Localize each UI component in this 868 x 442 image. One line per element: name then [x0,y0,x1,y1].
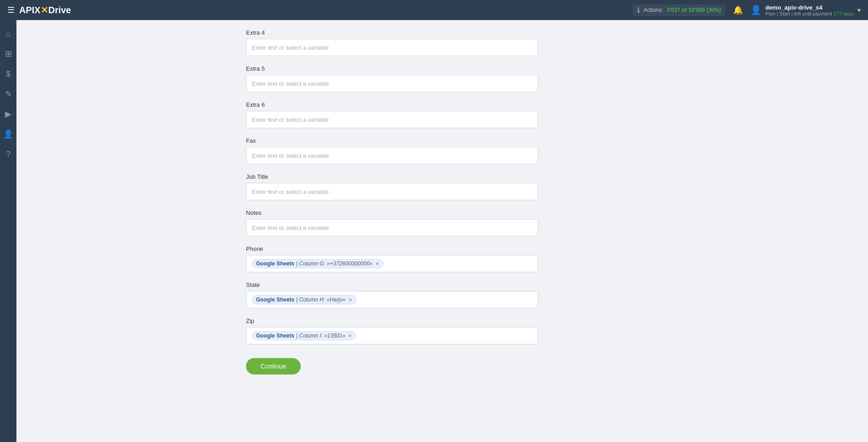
label-phone: Phone [246,245,638,252]
field-group-extra5: Extra 5Enter text or select a variable [246,65,638,92]
actions-count: 3'037 of 10'000 (30%) [667,7,721,13]
field-group-state: StateGoogle Sheets| Column H: «Harju»× [246,281,638,308]
tag-source-zip: Google Sheets [256,333,294,339]
sidebar-item-user[interactable]: 👤 [0,126,16,142]
sidebar-item-billing[interactable]: $ [0,66,16,82]
input-job_title[interactable]: Enter text or select a variable [246,183,538,200]
logo-text: APIX✕Drive [19,5,71,16]
sidebar-item-home[interactable]: ⌂ [0,26,16,42]
input-extra4[interactable]: Enter text or select a variable [246,39,538,56]
label-fax: Fax [246,137,638,144]
form-container: Extra 4Enter text or select a variableEx… [237,20,648,393]
tag-detail-phone: | Column G: «+372600000000» [296,260,373,267]
tag-close-state[interactable]: × [349,296,352,303]
actions-badge: ℹ Actions: 3'037 of 10'000 (30%) [633,4,726,16]
topnav-left: ☰ APIX✕Drive [7,5,71,16]
user-area[interactable]: 👤 demo_apix-drive_s4 Plan | Start | left… [750,4,861,16]
field-group-phone: PhoneGoogle Sheets| Column G: «+37260000… [246,245,638,272]
topnav: ☰ APIX✕Drive ℹ Actions: 3'037 of 10'000 … [0,0,868,20]
tag-detail-zip: | Column I: «13501» [296,333,345,339]
field-group-job_title: Job TitleEnter text or select a variable [246,173,638,200]
field-group-extra4: Extra 4Enter text or select a variable [246,29,638,56]
field-group-fax: FaxEnter text or select a variable [246,137,638,164]
tag-source-phone: Google Sheets [256,260,294,267]
label-state: State [246,281,638,288]
label-extra6: Extra 6 [246,101,638,108]
user-avatar-icon: 👤 [750,5,762,16]
chevron-down-icon: ▾ [858,6,861,14]
user-name: demo_apix-drive_s4 [765,4,854,11]
field-group-extra6: Extra 6Enter text or select a variable [246,101,638,128]
input-fax[interactable]: Enter text or select a variable [246,147,538,164]
sidebar: ⌂ ⊞ $ ✎ ▶ 👤 ? [0,20,16,442]
tag-close-phone[interactable]: × [376,260,379,267]
fields-container: Extra 4Enter text or select a variableEx… [246,29,638,344]
label-extra5: Extra 5 [246,65,638,72]
label-zip: Zip [246,317,638,324]
input-extra5[interactable]: Enter text or select a variable [246,75,538,92]
bell-icon[interactable]: 🔔 [733,5,743,15]
label-notes: Notes [246,209,638,216]
sidebar-item-media[interactable]: ▶ [0,106,16,122]
user-info: demo_apix-drive_s4 Plan | Start | left u… [765,4,854,16]
input-zip[interactable]: Google Sheets| Column I: «13501»× [246,327,538,344]
info-icon: ℹ [637,6,640,15]
topnav-right: ℹ Actions: 3'037 of 10'000 (30%) 🔔 👤 dem… [633,4,861,16]
input-extra6[interactable]: Enter text or select a variable [246,111,538,128]
field-group-zip: ZipGoogle Sheets| Column I: «13501»× [246,317,638,344]
continue-button[interactable]: Continue [246,358,301,374]
layout: ⌂ ⊞ $ ✎ ▶ 👤 ? Extra 4Enter text or selec… [0,20,868,442]
input-state[interactable]: Google Sheets| Column H: «Harju»× [246,291,538,308]
label-job_title: Job Title [246,173,638,180]
field-group-notes: NotesEnter text or select a variable [246,209,638,236]
tag-phone: Google Sheets| Column G: «+372600000000»… [252,259,383,268]
tag-zip: Google Sheets| Column I: «13501»× [252,331,356,340]
tag-state: Google Sheets| Column H: «Harju»× [252,295,356,304]
sidebar-item-dashboard[interactable]: ⊞ [0,46,16,62]
actions-label: Actions: [643,7,663,13]
input-phone[interactable]: Google Sheets| Column G: «+372600000000»… [246,255,538,272]
sidebar-item-help[interactable]: ? [0,146,16,162]
hamburger-icon[interactable]: ☰ [7,5,15,15]
sidebar-item-workflows[interactable]: ✎ [0,86,16,102]
tag-close-zip[interactable]: × [348,333,352,339]
tag-source-state: Google Sheets [256,296,294,303]
user-plan: Plan | Start | left until payment 177 da… [765,11,854,16]
main-content: Extra 4Enter text or select a variableEx… [16,20,868,442]
tag-detail-state: | Column H: «Harju» [296,296,346,303]
logo: APIX✕Drive [19,5,71,16]
label-extra4: Extra 4 [246,29,638,36]
input-notes[interactable]: Enter text or select a variable [246,219,538,236]
